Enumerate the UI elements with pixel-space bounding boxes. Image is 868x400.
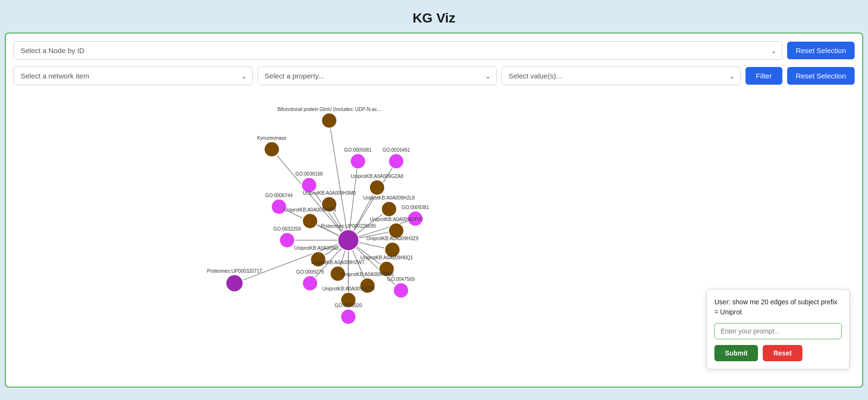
svg-point-45 (341, 309, 356, 324)
svg-point-23 (322, 113, 337, 128)
node-label: UniprotKB:A0A009H2L8 (363, 195, 415, 200)
svg-point-35 (279, 233, 295, 248)
node-label: GO:0006744 (265, 193, 293, 198)
value-select[interactable]: Select value(s)... (501, 67, 741, 85)
node-label: Proteomes:UP000226695 (321, 223, 376, 229)
svg-point-32 (302, 213, 318, 229)
top-reset-button[interactable]: Reset Selection (787, 42, 855, 59)
node-label: UniprotKB:A0A009H2B9 (323, 286, 375, 291)
svg-point-41 (302, 276, 318, 291)
node-label: GO:0016491 (382, 147, 410, 153)
graph-node[interactable]: Kynureninase (257, 135, 287, 157)
graph-node[interactable]: GO:0009381 (401, 205, 429, 226)
svg-point-26 (389, 154, 404, 169)
svg-point-25 (350, 154, 366, 169)
graph-node[interactable]: GO:0047569 (387, 277, 415, 298)
node-select[interactable]: Select a Node by IDBifunctional protein … (13, 41, 782, 60)
node-label: GO:0038168 (295, 171, 323, 177)
graph-node[interactable]: GO:0016491 (382, 147, 410, 169)
graph-node[interactable]: UniprotKB:A0A009GYV0 (370, 217, 423, 238)
node-label: UniprotKB:A0A009H2N6 (341, 272, 394, 277)
node-label: Proteomes:UP000320717 (207, 268, 262, 274)
graph-node[interactable]: GO:0005081 (344, 147, 372, 169)
chat-box: User: show me 20 edges of subject prefix… (706, 289, 850, 369)
node-label: GO:0047569 (387, 277, 415, 282)
svg-point-44 (393, 283, 409, 298)
node-label: GO:0032259 (273, 226, 301, 232)
node-label: Bifunctional protein GlmU (Includes: UDP… (278, 107, 381, 112)
chat-message: User: show me 20 edges of subject prefix… (714, 297, 842, 317)
page-title: KG Viz (5, 5, 863, 33)
svg-point-31 (381, 201, 397, 217)
graph-node[interactable]: Proteomes:UP000320717 (207, 268, 262, 292)
network-item-select[interactable]: Select a network item (13, 67, 253, 85)
graph-node[interactable]: GO:0032259 (273, 226, 301, 248)
node-label: GO:0009381 (401, 205, 429, 210)
graph-node[interactable]: GO:0016020 (334, 303, 362, 324)
property-wrapper: Select a property... ⌄ (257, 67, 497, 85)
node-label: GO:0005081 (344, 147, 372, 153)
node-label: UniprotKB:A0A009H0Q1 (360, 255, 413, 260)
graph-node[interactable]: UniprotKB:A0A009GZA8 (351, 174, 403, 195)
node-label: GO:0016020 (334, 303, 362, 308)
chat-buttons: Submit Reset (714, 345, 842, 361)
node-label: UniprotKB:A0A009GYV0 (370, 217, 423, 222)
main-panel: Select a Node by IDBifunctional protein … (5, 33, 863, 388)
node-select-wrapper: Select a Node by IDBifunctional protein … (13, 41, 782, 60)
property-select[interactable]: Select a property... (257, 67, 497, 85)
svg-point-28 (369, 180, 385, 195)
filter-controls: Select a network item ⌄ Select a propert… (13, 67, 855, 85)
top-controls: Select a Node by IDBifunctional protein … (13, 41, 855, 60)
node-label: UniprotKB:A0A009GZA8 (351, 174, 403, 179)
graph-node[interactable]: Bifunctional protein GlmU (Includes: UDP… (278, 107, 381, 128)
graph-area: Bifunctional protein GlmU (Includes: UDP… (13, 92, 855, 379)
node-label: UniprotKB:A0A009G... (294, 245, 342, 251)
submit-button[interactable]: Submit (714, 345, 758, 361)
graph-node[interactable]: UniprotKB:A0A009H3Z9 (367, 236, 419, 257)
graph-node[interactable]: GO:0009279 (296, 269, 324, 291)
filter-button[interactable]: Filter (746, 67, 782, 85)
node-label: UniprotKB:A0A009H2F4 (284, 207, 336, 212)
svg-point-46 (226, 275, 243, 292)
node-label: Kynureninase (257, 135, 287, 141)
node-label: UniprotKB:A0A009H3M0 (303, 190, 356, 196)
svg-point-24 (264, 142, 279, 157)
chat-input[interactable] (714, 323, 842, 339)
node-label: UniprotKB:A0A009H2W7 (311, 260, 365, 265)
value-wrapper: Select value(s)... ⌄ (501, 67, 741, 85)
node-label: UniprotKB:A0A009H3Z9 (367, 236, 419, 241)
node-label: GO:0009279 (296, 269, 324, 275)
chat-reset-button[interactable]: Reset (763, 345, 802, 361)
network-item-wrapper: Select a network item ⌄ (13, 67, 253, 85)
filter-reset-button[interactable]: Reset Selection (787, 67, 855, 85)
